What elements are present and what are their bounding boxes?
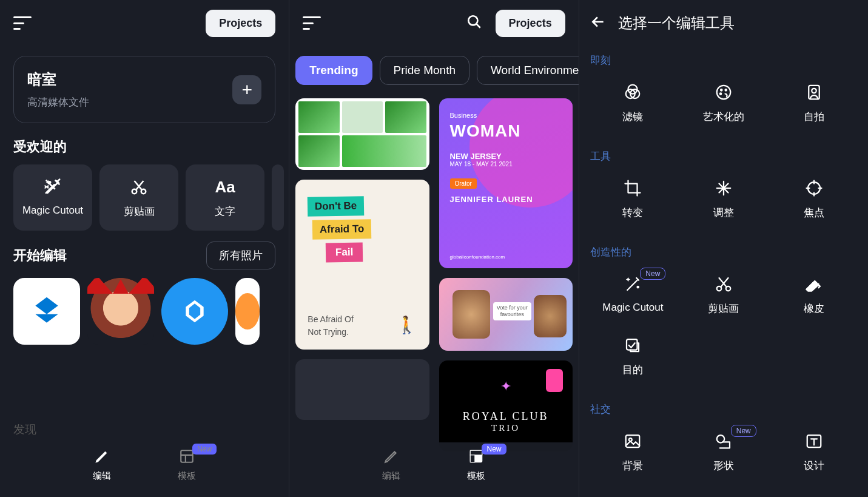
start-edit-title: 开始编辑 [13,246,67,265]
tool-label: 文字 [192,205,258,218]
nav-edit[interactable]: 编辑 [382,448,400,497]
tool-label: 焦点 [769,206,860,220]
template-text: WOMAN [450,121,562,141]
back-button[interactable] [590,14,606,32]
wand-icon [19,177,86,197]
nav-templates[interactable]: New 模板 [467,448,485,497]
photo-thumb[interactable] [13,278,80,345]
svg-point-14 [720,93,722,95]
tools-scroll[interactable]: 即刻滤镜艺术化的自拍工具转变调整焦点创造性的NewMagic Cutout剪贴画… [579,46,868,497]
template-card[interactable]: Don't Be Afraid To Fail Be Afraid Of Not… [295,180,429,350]
editor-tools-pane: 选择一个编辑工具 即刻滤镜艺术化的自拍工具转变调整焦点创造性的NewMagic … [579,0,868,497]
photo-thumb[interactable] [235,278,260,345]
photo-thumb[interactable] [161,278,228,345]
image-icon [588,431,678,451]
sparkle-icon [678,178,769,198]
svg-rect-6 [471,450,483,455]
tool-label: 调整 [678,206,769,220]
template-text: Don't Be [308,196,365,217]
svg-point-18 [638,286,639,288]
template-text: Be Afraid Of [308,314,353,324]
tool-label: 形状 [678,459,769,473]
tool-label: 剪贴画 [678,302,769,316]
tool-grid: 背景New形状设计 [579,425,868,491]
textbox-icon [769,431,860,451]
add-media-button[interactable]: + [232,75,261,104]
tool-焦点[interactable]: 焦点 [769,178,860,220]
nav-templates[interactable]: New 模板 [178,448,196,497]
bottom-nav: 编辑 New 模板 [0,442,289,497]
tool-艺术化的[interactable]: 艺术化的 [678,82,769,124]
search-button[interactable] [466,14,482,32]
section-label: 即刻 [579,46,868,76]
chip-pride-month[interactable]: Pride Month [380,56,469,85]
tool-设计[interactable]: 设计 [769,431,860,473]
template-card[interactable]: Business WOMAN NEW JERSEY MAY 18 - MAY 2… [439,98,573,268]
start-edit-header: 开始编辑 所有照片 [0,231,289,278]
portrait-icon [769,82,860,103]
projects-button[interactable]: Projects [206,10,275,37]
svg-point-4 [468,16,477,25]
section-label: 创造性的 [579,238,868,268]
menu-icon[interactable] [13,16,32,30]
tool-调整[interactable]: 调整 [678,178,769,220]
tool-label: 目的 [588,363,678,377]
nav-edit[interactable]: 编辑 [93,448,111,497]
chip-trending[interactable]: Trending [295,56,372,85]
photo-thumb[interactable] [87,278,154,345]
darkroom-card[interactable]: 暗室 高清媒体文件 + [13,56,275,123]
tool-转变[interactable]: 转变 [588,178,678,220]
text-icon: Aa [192,177,258,197]
template-text: TRIO [451,423,560,433]
tool-橡皮[interactable]: 橡皮 [769,274,860,316]
template-text: Business [450,112,562,119]
chip-world-environment[interactable]: World Environme [477,56,579,85]
overlap-icon [588,82,678,103]
tool-形状[interactable]: New形状 [678,431,769,473]
scissors-icon [678,274,769,294]
scissors-icon [106,177,172,197]
svg-point-12 [721,89,722,91]
nav-label: 编辑 [93,470,111,482]
tool-grid: NewMagic Cutout剪贴画橡皮目的 [579,268,868,395]
darkroom-title: 暗室 [27,70,89,89]
topbar: Projects [289,0,578,46]
tool-自拍[interactable]: 自拍 [769,82,860,124]
templates-grid: Don't Be Afraid To Fail Be Afraid Of Not… [289,95,578,455]
nav-label: 模板 [178,470,196,482]
template-card[interactable]: ✦ ROYAL CLUB TRIO [439,360,573,451]
tool-magic-cutout[interactable]: NewMagic Cutout [588,274,678,316]
palette-icon [678,82,769,103]
svg-point-1 [132,189,137,194]
tool-overflow[interactable] [272,164,284,231]
clipart-tool[interactable]: 剪贴画 [99,164,178,231]
section-label: 工具 [579,142,868,172]
magic-cutout-tool[interactable]: Magic Cutout [13,164,92,231]
tool-背景[interactable]: 背景 [588,431,678,473]
template-text: favourites [500,311,524,317]
text-tool[interactable]: Aa 文字 [186,164,264,231]
new-badge: New [192,444,217,455]
tool-目的[interactable]: 目的 [588,335,678,377]
tool-剪贴画[interactable]: 剪贴画 [678,274,769,316]
template-card[interactable] [295,98,429,170]
tool-滤镜[interactable]: 滤镜 [588,82,678,124]
figure-icon: 🚶 [396,315,417,335]
tool-label: 设计 [769,459,860,473]
tool-label: 转变 [588,206,678,220]
darkroom-subtitle: 高清媒体文件 [27,95,89,109]
tool-label: 自拍 [769,110,860,124]
projects-button[interactable]: Projects [496,10,565,37]
tool-label: 背景 [588,459,678,473]
svg-point-2 [141,189,146,194]
template-card[interactable]: Vote for your favourites [439,278,573,351]
eraser-icon [769,274,860,294]
template-card[interactable] [295,359,429,420]
menu-icon[interactable] [303,16,321,30]
discover-section-title: 发现 [13,422,36,438]
pencil-icon [93,448,111,467]
section-label: 社交 [579,395,868,425]
templates-pane: Projects Trending Pride Month World Envi… [289,0,579,497]
all-photos-chip[interactable]: 所有照片 [206,242,275,269]
tool-label: Magic Cutout [588,302,678,314]
